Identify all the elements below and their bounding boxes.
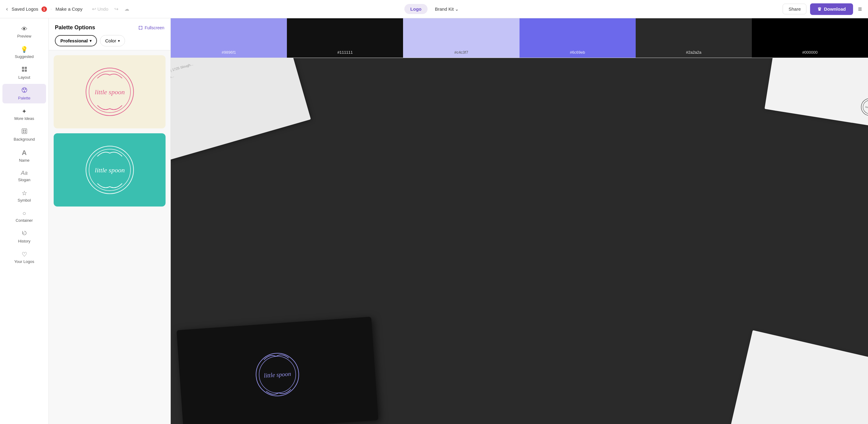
color-swatch-3[interactable]: #6c69eb: [520, 18, 636, 58]
topbar-right: Share ♛ Download ≡: [783, 3, 863, 15]
main-layout: 👁 Preview 💡 Suggested Layout: [0, 18, 868, 424]
saved-logos-link[interactable]: Saved Logos: [11, 6, 38, 11]
sidebar: 👁 Preview 💡 Suggested Layout: [0, 18, 49, 424]
palette-icon: [21, 87, 27, 95]
sidebar-label-more-ideas: More Ideas: [14, 116, 34, 121]
download-label: Download: [824, 6, 846, 11]
sidebar-item-your-logos[interactable]: ♡ Your Logos: [2, 248, 46, 267]
sidebar-item-suggested[interactable]: 💡 Suggested: [2, 43, 46, 62]
download-crown-icon: ♛: [817, 6, 822, 12]
sidebar-label-symbol: Symbol: [18, 198, 31, 203]
your-logos-icon: ♡: [22, 251, 27, 258]
fullscreen-button[interactable]: Fullscreen: [138, 25, 164, 30]
symbol-icon: ☆: [22, 189, 27, 197]
sidebar-item-symbol[interactable]: ☆ Symbol: [2, 186, 46, 206]
palette-card-cream[interactable]: little spoon: [54, 55, 165, 128]
brand-kit-tab[interactable]: Brand Kit ⌄: [430, 4, 464, 14]
logo-top-right: little spu...: [856, 93, 868, 121]
svg-rect-11: [23, 131, 24, 133]
topbar-left: ‹ Saved Logos 1 · Make a Copy ↩ Undo ↪ ☁: [5, 5, 779, 13]
professional-filter-button[interactable]: Professional ▾: [55, 35, 97, 47]
back-icon: ‹: [6, 6, 8, 12]
svg-point-6: [25, 88, 26, 90]
palette-card-teal[interactable]: little spoon: [54, 133, 165, 207]
topbar: ‹ Saved Logos 1 · Make a Copy ↩ Undo ↪ ☁…: [0, 0, 868, 18]
svg-point-5: [23, 88, 24, 90]
background-icon: [21, 128, 27, 136]
filter-row: Professional ▾ Color ▾: [55, 35, 164, 47]
sidebar-label-preview: Preview: [17, 34, 31, 38]
swatch-label-5: #000000: [802, 50, 818, 55]
swatch-label-3: #6c69eb: [570, 50, 585, 55]
professional-chevron-icon: ▾: [90, 39, 91, 43]
sidebar-label-background: Background: [14, 137, 35, 142]
preview-area: Dunder Mifflin Inc. | 1725 Slough... dun…: [171, 58, 868, 424]
sidebar-item-slogan[interactable]: Aa Slogan: [2, 167, 46, 185]
color-swatch-5[interactable]: #000000: [752, 18, 868, 58]
redo-button[interactable]: ↪: [112, 5, 121, 13]
logo-teal: little spoon: [79, 140, 140, 201]
svg-rect-9: [23, 130, 24, 131]
history-icon: [21, 230, 27, 238]
color-filter-button[interactable]: Color ▾: [100, 35, 125, 47]
share-button[interactable]: Share: [783, 4, 806, 14]
topbar-center: Logo Brand Kit ⌄: [404, 4, 464, 14]
sidebar-label-suggested: Suggested: [14, 54, 34, 59]
sidebar-item-name[interactable]: A Name: [2, 146, 46, 165]
sidebar-item-container[interactable]: ○ Container: [2, 207, 46, 226]
sidebar-item-palette[interactable]: Palette: [2, 84, 46, 103]
brand-kit-label: Brand Kit: [435, 6, 454, 11]
make-copy-link[interactable]: Make a Copy: [56, 6, 82, 11]
undo-redo-group: ↩ Undo ↪ ☁: [90, 5, 132, 13]
color-swatch-4[interactable]: #2a2a2a: [636, 18, 752, 58]
sidebar-item-preview[interactable]: 👁 Preview: [2, 23, 46, 41]
main-dark-card: little spoon: [177, 316, 378, 424]
sidebar-item-layout[interactable]: Layout: [2, 63, 46, 83]
svg-rect-0: [22, 67, 24, 69]
color-swatch-0[interactable]: #9896f1: [171, 18, 287, 58]
separator: ·: [51, 6, 52, 12]
svg-rect-1: [25, 67, 27, 69]
card-logo: little spoon: [242, 345, 313, 406]
notification-badge: 1: [41, 6, 47, 12]
menu-button[interactable]: ≡: [857, 4, 863, 14]
cloud-save-button[interactable]: ☁: [122, 5, 132, 13]
sidebar-label-layout: Layout: [18, 75, 30, 80]
paper-bottom-right: hello@dunder-mifflin-county.com: [731, 330, 868, 424]
undo-arrow-icon: ↩: [92, 6, 96, 12]
swatch-label-0: #9896f1: [222, 50, 236, 55]
suggested-icon: 💡: [21, 46, 28, 53]
color-swatch-1[interactable]: #111111: [287, 18, 403, 58]
sidebar-label-name: Name: [19, 158, 30, 162]
palette-header: Palette Options Fullscreen Professional …: [49, 18, 170, 50]
swatch-label-4: #2a2a2a: [686, 50, 702, 55]
undo-button[interactable]: ↩ Undo: [90, 5, 111, 13]
paper-lines: Dunder Mifflin Inc. | 1725 Slough... dun…: [171, 58, 292, 98]
svg-rect-3: [25, 69, 27, 72]
svg-rect-12: [25, 131, 26, 133]
sidebar-label-slogan: Slogan: [18, 178, 30, 182]
color-swatches-row: #9896f1 #111111 #c4c3f7 #6c69eb #2a2a2a …: [171, 18, 868, 58]
sidebar-item-more-ideas[interactable]: ✦ More Ideas: [2, 104, 46, 124]
layout-icon: [21, 66, 27, 74]
download-button[interactable]: ♛ Download: [810, 3, 853, 15]
professional-filter-label: Professional: [60, 38, 88, 43]
color-chevron-icon: ▾: [118, 39, 120, 43]
svg-rect-2: [22, 69, 24, 72]
fullscreen-label: Fullscreen: [145, 25, 164, 30]
sidebar-item-history[interactable]: History: [2, 227, 46, 246]
back-button[interactable]: ‹: [5, 5, 9, 13]
preview-icon: 👁: [21, 26, 27, 33]
svg-text:little spu...: little spu...: [865, 106, 868, 110]
name-icon: A: [22, 149, 27, 157]
sidebar-label-your-logos: Your Logos: [14, 259, 34, 264]
sidebar-item-background[interactable]: Background: [2, 125, 46, 145]
logo-tab[interactable]: Logo: [404, 4, 428, 14]
svg-point-7: [24, 91, 25, 92]
mockup-container: Dunder Mifflin Inc. | 1725 Slough... dun…: [171, 58, 868, 424]
container-icon: ○: [22, 210, 26, 217]
palette-title-row: Palette Options Fullscreen: [55, 24, 164, 31]
more-ideas-icon: ✦: [22, 108, 27, 115]
color-swatch-2[interactable]: #c4c3f7: [403, 18, 519, 58]
slogan-icon: Aa: [21, 170, 27, 176]
